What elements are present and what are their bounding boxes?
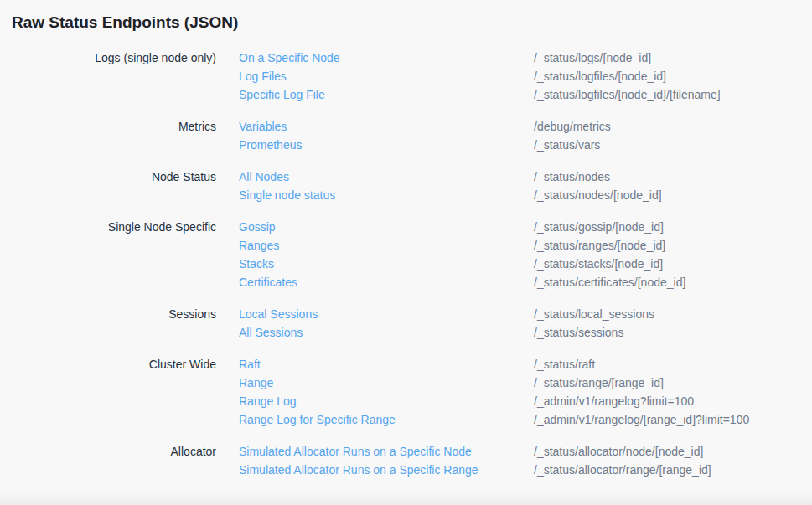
endpoint-link[interactable]: Single node status [239, 186, 335, 204]
endpoint-section: Cluster Wide Raft /_status/raft Range /_… [0, 355, 812, 429]
endpoint-row: All Nodes /_status/nodes [216, 167, 812, 186]
endpoint-path: /_admin/v1/rangelog?limit=100 [534, 392, 812, 410]
endpoint-path: /_status/ranges/[node_id] [534, 236, 812, 255]
endpoint-link[interactable]: All Nodes [239, 167, 289, 186]
endpoint-link[interactable]: Certificates [239, 273, 297, 291]
endpoint-row: Log Files /_status/logfiles/[node_id] [216, 67, 812, 85]
endpoint-path: /_status/local_sessions [534, 305, 812, 323]
endpoint-path: /_status/sessions [534, 323, 812, 342]
endpoint-row: Ranges /_status/ranges/[node_id] [216, 236, 812, 255]
endpoint-path: /_status/stacks/[node_id] [534, 255, 812, 273]
endpoint-path: /_status/raft [534, 355, 812, 374]
endpoint-path: /_admin/v1/rangelog/[range_id]?limit=100 [534, 410, 812, 429]
endpoint-row: Simulated Allocator Runs on a Specific R… [216, 461, 812, 479]
section-category-label: Cluster Wide [0, 355, 216, 429]
section-category-label: Single Node Specific [0, 218, 216, 291]
endpoint-sections: Logs (single node only) On a Specific No… [0, 49, 812, 479]
endpoint-link[interactable]: Gossip [239, 218, 276, 236]
endpoint-link[interactable]: Raft [239, 355, 261, 374]
endpoint-path: /_status/logs/[node_id] [534, 49, 812, 67]
endpoint-link[interactable]: Prometheus [239, 136, 302, 154]
endpoint-row: Range Log for Specific Range /_admin/v1/… [216, 410, 812, 429]
section-category-label: Sessions [0, 305, 216, 342]
section-category-label: Logs (single node only) [0, 49, 216, 104]
endpoint-link[interactable]: Variables [239, 117, 287, 136]
endpoint-path: /_status/allocator/node/[node_id] [534, 442, 812, 461]
endpoint-link[interactable]: Range [239, 374, 273, 392]
endpoint-row: Raft /_status/raft [216, 355, 812, 374]
endpoint-path: /_status/range/[range_id] [534, 374, 812, 392]
section-category-label: Metrics [0, 117, 216, 154]
endpoint-link[interactable]: Specific Log File [239, 85, 325, 104]
endpoint-path: /_status/logfiles/[node_id]/[filename] [534, 85, 812, 104]
endpoint-section: Sessions Local Sessions /_status/local_s… [0, 305, 812, 342]
endpoint-row: Range /_status/range/[range_id] [216, 374, 812, 392]
section-category-label: Node Status [0, 167, 216, 204]
endpoint-row: Simulated Allocator Runs on a Specific N… [216, 442, 812, 461]
endpoint-path: /_status/nodes [534, 167, 812, 186]
section-rows: On a Specific Node /_status/logs/[node_i… [216, 49, 812, 104]
endpoint-path: /_status/gossip/[node_id] [534, 218, 812, 236]
endpoint-section: Allocator Simulated Allocator Runs on a … [0, 442, 812, 479]
endpoint-path: /debug/metrics [534, 117, 812, 136]
endpoint-link[interactable]: Local Sessions [239, 305, 318, 323]
endpoint-path: /_status/allocator/range/[range_id] [534, 461, 812, 479]
endpoint-row: Local Sessions /_status/local_sessions [216, 305, 812, 323]
section-rows: Variables /debug/metrics Prometheus /_st… [216, 117, 812, 154]
endpoint-path: /_status/certificates/[node_id] [534, 273, 812, 291]
endpoint-row: Gossip /_status/gossip/[node_id] [216, 218, 812, 236]
endpoint-link[interactable]: All Sessions [239, 323, 303, 342]
endpoint-section: Metrics Variables /debug/metrics Prometh… [0, 117, 812, 154]
endpoint-link[interactable]: Log Files [239, 67, 287, 85]
endpoint-path: /_status/logfiles/[node_id] [534, 67, 812, 85]
endpoint-path: /_status/vars [534, 136, 812, 154]
endpoint-section: Single Node Specific Gossip /_status/gos… [0, 218, 812, 291]
endpoint-link[interactable]: Range Log [239, 392, 297, 410]
endpoint-link[interactable]: Range Log for Specific Range [239, 410, 396, 429]
endpoint-row: Stacks /_status/stacks/[node_id] [216, 255, 812, 273]
section-category-label: Allocator [0, 442, 216, 479]
section-rows: Simulated Allocator Runs on a Specific N… [216, 442, 812, 479]
endpoint-row: All Sessions /_status/sessions [216, 323, 812, 342]
endpoint-row: Prometheus /_status/vars [216, 136, 812, 154]
endpoint-section: Logs (single node only) On a Specific No… [0, 49, 812, 104]
debug-endpoints-page: Raw Status Endpoints (JSON) Logs (single… [0, 0, 812, 505]
endpoint-row: Specific Log File /_status/logfiles/[nod… [216, 85, 812, 104]
section-rows: Local Sessions /_status/local_sessions A… [216, 305, 812, 342]
endpoint-row: Variables /debug/metrics [216, 117, 812, 136]
endpoint-row: Range Log /_admin/v1/rangelog?limit=100 [216, 392, 812, 410]
endpoint-section: Node Status All Nodes /_status/nodes Sin… [0, 167, 812, 204]
endpoint-path: /_status/nodes/[node_id] [534, 186, 812, 204]
section-rows: All Nodes /_status/nodes Single node sta… [216, 167, 812, 204]
endpoint-link[interactable]: Ranges [239, 236, 279, 255]
endpoint-link[interactable]: Simulated Allocator Runs on a Specific N… [239, 442, 472, 461]
section-rows: Gossip /_status/gossip/[node_id] Ranges … [216, 218, 812, 291]
section-rows: Raft /_status/raft Range /_status/range/… [216, 355, 812, 429]
endpoint-row: Certificates /_status/certificates/[node… [216, 273, 812, 291]
bottom-fade-shadow [0, 492, 812, 505]
endpoint-link[interactable]: Simulated Allocator Runs on a Specific R… [239, 461, 478, 479]
endpoint-row: Single node status /_status/nodes/[node_… [216, 186, 812, 204]
endpoint-link[interactable]: Stacks [239, 255, 274, 273]
endpoint-link[interactable]: On a Specific Node [239, 49, 340, 67]
endpoint-row: On a Specific Node /_status/logs/[node_i… [216, 49, 812, 67]
page-title: Raw Status Endpoints (JSON) [12, 12, 812, 33]
